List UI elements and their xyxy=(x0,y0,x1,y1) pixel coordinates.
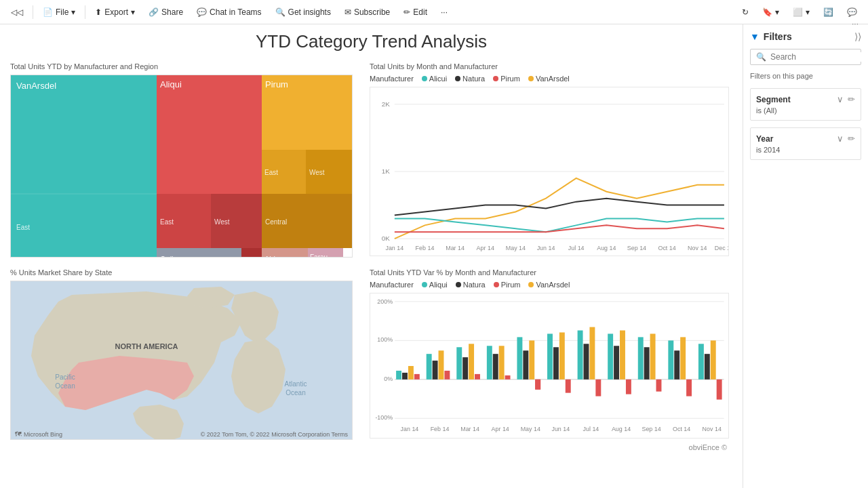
back-button[interactable]: ◁◁ xyxy=(5,5,28,20)
svg-text:VanArsdel: VanArsdel xyxy=(16,81,56,91)
svg-rect-132 xyxy=(656,380,662,392)
bar-chart-label: Total Units YTD Var % by Month and Manuf… xyxy=(370,268,732,277)
svg-text:West: West xyxy=(309,169,325,176)
reset-icon: 🔄 xyxy=(823,7,833,17)
svg-rect-120 xyxy=(566,380,571,393)
year-filter-card[interactable]: Year ∨ ✏ is 2014 xyxy=(750,127,861,160)
legend-natura: Natura xyxy=(455,75,485,83)
chevron-down-icon-4: ▾ xyxy=(806,7,810,17)
svg-text:Central: Central xyxy=(244,256,264,258)
reset-button[interactable]: 🔄 xyxy=(818,5,839,20)
back-icon: ◁◁ xyxy=(11,7,23,17)
svg-rect-138 xyxy=(705,354,710,380)
view-button[interactable]: ⬜ ▾ xyxy=(787,5,815,20)
svg-text:Ocean: Ocean xyxy=(55,382,75,390)
separator-1 xyxy=(33,5,33,19)
svg-rect-103 xyxy=(444,371,450,380)
svg-text:NORTH AMERICA: NORTH AMERICA xyxy=(115,342,178,350)
segment-edit-icon[interactable]: ✏ xyxy=(848,94,855,104)
filters-panel: ▼ Filters ⟩⟩ 🔍 Filters on this page ··· … xyxy=(743,24,868,488)
filters-title: ▼ Filters xyxy=(750,31,792,42)
svg-text:Jun 14: Jun 14 xyxy=(551,426,570,432)
svg-rect-117 xyxy=(547,333,553,379)
chevron-down-icon-3: ▾ xyxy=(775,7,779,17)
svg-text:0K: 0K xyxy=(382,235,391,242)
svg-text:100%: 100% xyxy=(377,336,393,343)
svg-rect-125 xyxy=(608,333,613,379)
svg-rect-109 xyxy=(493,354,498,380)
svg-text:Abbas: Abbas xyxy=(264,255,286,258)
bookmark-button[interactable]: 🔖 ▾ xyxy=(757,5,785,20)
year-filter-title: Year xyxy=(756,134,773,144)
subscribe-button[interactable]: ✉ Subscribe xyxy=(339,5,395,20)
year-chevron-icon[interactable]: ∨ xyxy=(837,134,844,144)
svg-rect-139 xyxy=(711,340,716,379)
svg-rect-118 xyxy=(553,347,559,380)
chat-in-teams-button[interactable]: 💬 Chat in Teams xyxy=(191,5,267,20)
svg-rect-119 xyxy=(559,332,565,379)
file-menu[interactable]: 📄 File ▾ xyxy=(37,5,81,20)
more-button[interactable]: ··· xyxy=(435,5,453,20)
filters-more-icon[interactable]: ··· xyxy=(852,19,859,28)
export-button[interactable]: ⬆ Export ▾ xyxy=(90,5,140,20)
chevron-down-icon-2: ▾ xyxy=(131,7,135,17)
filter-funnel-icon: ▼ xyxy=(750,31,760,42)
svg-rect-106 xyxy=(469,344,474,380)
filters-header: ▼ Filters ⟩⟩ xyxy=(750,31,861,42)
legend-alicui: Alicui xyxy=(422,75,447,83)
svg-text:Sep 14: Sep 14 xyxy=(627,245,646,251)
powerbi-attribution: obviEnce © xyxy=(370,441,732,454)
top-charts-row: Total Units YTD by Manufacturer and Regi… xyxy=(10,62,732,258)
year-edit-icon[interactable]: ✏ xyxy=(848,134,855,144)
segment-filter-card[interactable]: Segment ∨ ✏ is (All) xyxy=(750,88,861,121)
svg-rect-131 xyxy=(650,333,656,379)
svg-text:West: West xyxy=(214,218,230,226)
treemap-container: Total Units YTD by Manufacturer and Regi… xyxy=(10,62,359,258)
map-svg: Pacific Ocean Atlantic Ocean NORTH AMERI… xyxy=(11,281,353,440)
comment-button[interactable]: 💬 xyxy=(842,5,863,20)
svg-rect-129 xyxy=(638,337,644,379)
svg-text:Feb 14: Feb 14 xyxy=(431,426,450,432)
filter-search-input[interactable] xyxy=(770,52,868,62)
bing-attribution: 🗺 Microsoft Bing xyxy=(15,430,62,438)
share-icon: 🔗 xyxy=(149,7,159,17)
line-chart-svg: 2K 1K 0K Jan 14 xyxy=(370,87,729,256)
svg-text:Jun 14: Jun 14 xyxy=(537,245,555,251)
filters-expand-button[interactable]: ⟩⟩ xyxy=(854,31,861,42)
svg-rect-113 xyxy=(523,350,528,380)
svg-rect-128 xyxy=(626,380,631,394)
svg-rect-124 xyxy=(595,380,601,396)
svg-text:0%: 0% xyxy=(384,375,393,382)
svg-text:-100%: -100% xyxy=(375,414,393,421)
filter-search-box[interactable]: 🔍 xyxy=(750,49,861,65)
svg-text:Central: Central xyxy=(265,218,287,226)
svg-text:Mar 14: Mar 14 xyxy=(460,426,479,432)
share-button[interactable]: 🔗 Share xyxy=(143,5,189,20)
svg-rect-99 xyxy=(414,374,420,380)
svg-rect-135 xyxy=(680,337,686,379)
view-icon: ⬜ xyxy=(793,7,803,17)
segment-chevron-icon[interactable]: ∨ xyxy=(837,94,844,104)
get-insights-button[interactable]: 🔍 Get insights xyxy=(270,5,336,20)
segment-filter-value: is (All) xyxy=(756,106,855,115)
svg-rect-101 xyxy=(433,361,438,380)
svg-text:Dec 14: Dec 14 xyxy=(715,245,729,251)
svg-rect-96 xyxy=(396,371,401,380)
svg-rect-10 xyxy=(157,75,262,194)
svg-text:East: East xyxy=(16,224,30,231)
map-chart[interactable]: Pacific Ocean Atlantic Ocean NORTH AMERI… xyxy=(10,281,353,440)
refresh-button[interactable]: ↻ xyxy=(736,5,754,20)
edit-button[interactable]: ✏ Edit xyxy=(398,5,433,20)
teams-icon: 💬 xyxy=(197,7,207,17)
svg-rect-110 xyxy=(499,346,505,380)
svg-rect-140 xyxy=(717,380,722,400)
svg-text:Quibus: Quibus xyxy=(160,255,184,258)
svg-rect-104 xyxy=(456,347,462,380)
svg-text:Jul 14: Jul 14 xyxy=(583,426,599,432)
map-copyright: © 2022 Tom Tom, © 2022 Microsoft Corpora… xyxy=(201,431,348,438)
svg-text:Aug 14: Aug 14 xyxy=(597,245,616,251)
treemap-chart[interactable]: VanArsdel East West Central West xyxy=(10,75,353,258)
svg-text:Apr 14: Apr 14 xyxy=(492,426,509,432)
svg-text:Sep 14: Sep 14 xyxy=(642,426,660,432)
svg-rect-123 xyxy=(589,327,595,380)
